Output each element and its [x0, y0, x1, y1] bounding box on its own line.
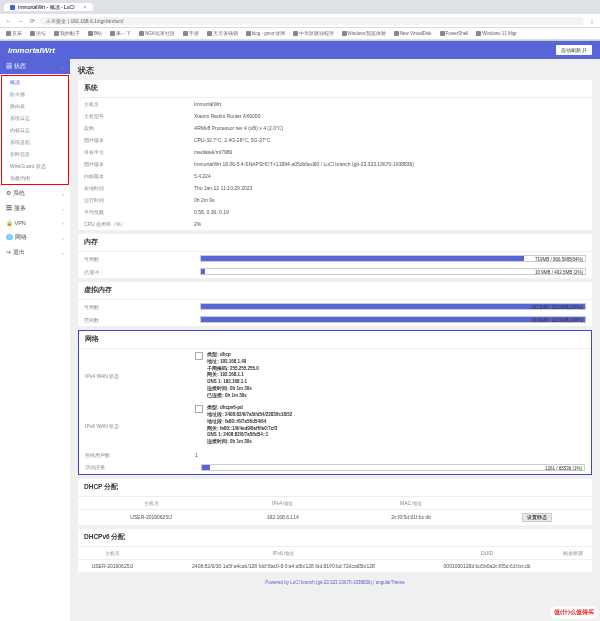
sidebar-sub-item[interactable]: 概况: [2, 76, 68, 88]
forward-button[interactable]: →: [16, 16, 25, 25]
insecure-icon: ⚠: [46, 18, 50, 24]
bookmark-item[interactable]: 论坛: [28, 30, 48, 37]
bookmark-item[interactable]: 手游: [181, 30, 201, 37]
sidebar-icon: ↪: [6, 249, 11, 255]
bookmark-item[interactable]: Windows预览体验: [340, 30, 388, 37]
network-heading: 网络: [79, 331, 591, 349]
usage-bar: 10.9MB / 402.5MB (2%): [200, 268, 586, 275]
chevron-right-icon: ›: [62, 235, 64, 241]
bookmark-item[interactable]: blog - gmor绿洲: [244, 30, 287, 37]
bookmark-item[interactable]: New VirtualDisk: [392, 30, 434, 37]
sidebar-sub-item[interactable]: 实时信息: [2, 148, 68, 160]
wan4-label: IPv4 WAN 状态: [85, 373, 195, 379]
bookmark-item[interactable]: 我的帖子: [52, 30, 82, 37]
bookmark-favicon: [293, 31, 298, 36]
table-header: 主机名: [78, 547, 147, 560]
dhcp-heading: DHCP 分配: [78, 479, 592, 497]
active-conn-bar: 1261 / 65536 (1%): [201, 464, 585, 471]
sidebar-item[interactable]: 🌐 网络›: [0, 230, 70, 245]
bookmark-favicon: [110, 31, 115, 36]
table-header: IPv6 地址: [147, 547, 420, 560]
table-header: IPv4 地址: [224, 497, 341, 510]
wan6-label: IPv6 WAN 状态: [85, 423, 195, 429]
dhcpv6-card: DHCPv6 分配 主机名IPv6 地址DUID剩余租期 USER-201906…: [78, 529, 592, 572]
wan6-info: 类型: dhcpv6-pd 地址段: 2408:82/6/7a5f/d54/22…: [195, 405, 585, 446]
url-input[interactable]: ⚠ 不安全 | 192.168.6.1/cgi-bin/luci/: [40, 17, 584, 25]
system-heading: 系统: [78, 80, 592, 98]
online-users-value: 1: [195, 452, 585, 458]
reload-button[interactable]: ⟳: [28, 16, 37, 25]
footer: Powered by LuCI branch (git-23.323.13670…: [78, 576, 592, 589]
dhcp-card: DHCP 分配 主机名IPv4 地址MAC 地址 USER-20190625IJ…: [78, 479, 592, 525]
sidebar-item[interactable]: 🔒 VPN›: [0, 216, 70, 230]
wan4-info: 类型: dhcp 地址: 192.168.1.49 子网掩码: 255.255.…: [195, 352, 585, 399]
sidebar-sub-item[interactable]: 系统日志: [2, 112, 68, 124]
sidebar-sub-item[interactable]: 系统进程: [2, 136, 68, 148]
table-row: USER-20190625IJ2408:82/6/30:1a5f:a4cab/1…: [78, 559, 592, 572]
info-row: CPU 使用率（%）2%: [78, 218, 592, 230]
bookmark-item[interactable]: B站: [86, 30, 104, 37]
swap-card: 虚拟内存 可用数2013MB / 2013MB(100%)空闲数2013MB /…: [78, 282, 592, 326]
static-lease-button[interactable]: 设置静态: [522, 513, 552, 522]
table-header: 主机名: [78, 497, 224, 510]
bar-row: 空闲数2013MB / 2013MB(100%): [78, 313, 592, 326]
sidebar-item[interactable]: ↪ 退出›: [0, 245, 70, 260]
sidebar-sub-item[interactable]: 路由表: [2, 100, 68, 112]
tab-favicon: [10, 5, 15, 10]
bookmark-favicon: [30, 31, 35, 36]
bookmark-favicon: [394, 31, 399, 36]
extensions-icon[interactable]: ⋮: [587, 16, 596, 25]
back-button[interactable]: ←: [4, 16, 13, 25]
sidebar-sub-item[interactable]: WireGuard 状态: [2, 160, 68, 172]
info-row: 主机型号Xiaomi Redmi Router AX6000: [78, 110, 592, 122]
memory-heading: 内存: [78, 234, 592, 252]
bookmark-item[interactable]: 来一下: [108, 30, 133, 37]
bookmark-item[interactable]: 京东: [4, 30, 24, 37]
table-header: 剩余租期: [554, 547, 592, 560]
chevron-right-icon: ›: [62, 250, 64, 256]
network-interface-icon: [195, 405, 203, 413]
sidebar-item-status[interactable]: ▦ 状态 ⌄: [0, 59, 70, 74]
auto-refresh-button[interactable]: 自动刷新 开: [556, 45, 592, 55]
system-card: 系统 主机名ImmortalWrt主机型号Xiaomi Redmi Router…: [78, 80, 592, 230]
footer-link[interactable]: Powered by LuCI branch (git-23.323.13670…: [265, 580, 404, 585]
network-card: 网络 IPv4 WAN 状态 类型: dhcp 地址: 192.168.1.49…: [78, 330, 592, 475]
sidebar-item[interactable]: ☰ 服务›: [0, 201, 70, 216]
bar-row: 已缓冲10.9MB / 402.5MB (2%): [78, 265, 592, 278]
page-title: 状态: [78, 65, 592, 76]
bookmark-favicon: [476, 31, 481, 36]
bookmark-favicon: [246, 31, 251, 36]
sidebar-sub-item[interactable]: 内核日志: [2, 124, 68, 136]
bookmark-favicon: [207, 31, 212, 36]
sidebar-sub-item[interactable]: 负载均衡: [2, 172, 68, 184]
bookmark-favicon: [54, 31, 59, 36]
dhcpv6-table: 主机名IPv6 地址DUID剩余租期 USER-20190625IJ2408:8…: [78, 547, 592, 572]
info-row: 架构ARMv8 Processor rev 4 (v8l) x 4 (2.0°C…: [78, 122, 592, 134]
bookmark-item[interactable]: NGA玩家社区: [137, 30, 177, 37]
bookmark-favicon: [88, 31, 93, 36]
table-header: DUID: [420, 547, 555, 560]
bookmark-item[interactable]: Windows 11 Migr: [474, 30, 519, 37]
sidebar-item[interactable]: ⚙ 系统›: [0, 186, 70, 201]
sidebar-icon: 🔒: [6, 220, 13, 226]
sidebar-sub-item[interactable]: 防火墙: [2, 88, 68, 100]
swap-heading: 虚拟内存: [78, 282, 592, 300]
bar-row: 可用数2013MB / 2013MB(100%): [78, 300, 592, 313]
bookmark-favicon: [139, 31, 144, 36]
info-row: 本地时间Thu Jan 12 11:10:29 2023: [78, 182, 592, 194]
bookmark-item[interactable]: PowerShell: [438, 30, 471, 37]
bookmark-favicon: [440, 31, 445, 36]
dhcpv6-heading: DHCPv6 分配: [78, 529, 592, 547]
browser-tab[interactable]: ImmortalWrt - 概况 - LuCI ×: [4, 3, 93, 11]
sidebar-icon: ⚙: [6, 190, 11, 196]
close-tab-icon[interactable]: ×: [84, 4, 87, 10]
chevron-down-icon: ⌄: [60, 64, 64, 70]
bookmark-item[interactable]: 中华区驱动程序: [291, 30, 336, 37]
online-users-label: 在线用户数: [85, 452, 195, 458]
bookmark-favicon: [342, 31, 347, 36]
active-conn-label: 活动连接: [85, 464, 195, 470]
bookmark-item[interactable]: 天天省钱销: [205, 30, 240, 37]
dashboard-icon: ▦: [6, 63, 12, 69]
usage-bar: 2013MB / 2013MB(100%): [200, 303, 586, 310]
bar-row: 可用数719MB / 866.5MB(84%): [78, 252, 592, 265]
